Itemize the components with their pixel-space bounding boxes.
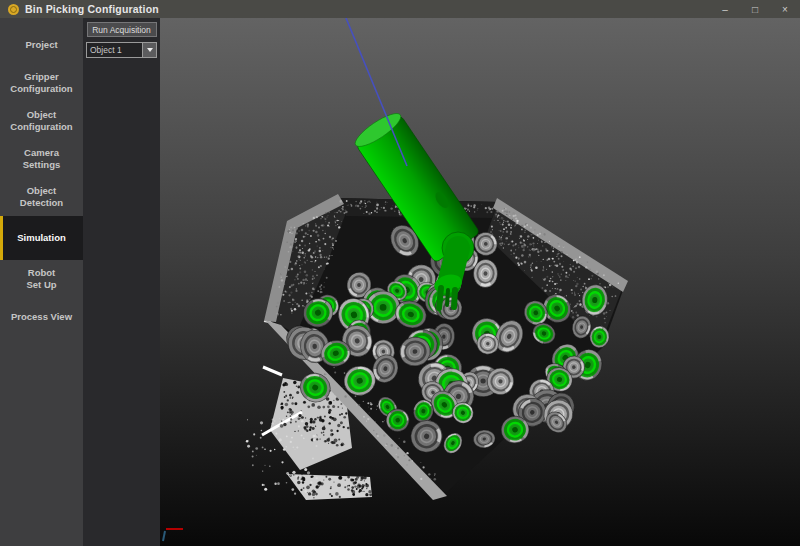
sidebar-item-object-configuration[interactable]: Object Configuration <box>0 102 83 140</box>
minimize-button[interactable]: – <box>710 0 740 18</box>
sidebar-item-gripper-configuration[interactable]: Gripper Configuration <box>0 64 83 102</box>
object-select-dropdown[interactable]: Object 1 <box>86 42 157 58</box>
sidebar-item-simulation[interactable]: Simulation <box>0 216 83 260</box>
chevron-down-icon <box>147 48 153 52</box>
sidebar-item-camera-settings[interactable]: Camera Settings <box>0 140 83 178</box>
maximize-button[interactable]: □ <box>740 0 770 18</box>
window-title: Bin Picking Configuration <box>25 3 159 15</box>
sidebar-item-robot-set-up[interactable]: Robot Set Up <box>0 260 83 298</box>
point-cloud-scene <box>160 18 800 546</box>
run-acquisition-button[interactable]: Run Acquisition <box>87 22 157 37</box>
sidebar-item-project[interactable]: Project <box>0 26 83 64</box>
sidebar-item-process-view[interactable]: Process View <box>0 298 83 336</box>
app-logo-icon <box>8 4 19 15</box>
sidebar-item-object-detection[interactable]: Object Detection <box>0 178 83 216</box>
3d-viewport[interactable] <box>160 18 800 546</box>
window-controls: – □ × <box>710 0 800 18</box>
close-button[interactable]: × <box>770 0 800 18</box>
app-window: Bin Picking Configuration – □ × Project … <box>0 0 800 546</box>
titlebar: Bin Picking Configuration – □ × <box>0 0 800 18</box>
dropdown-arrow-button[interactable] <box>142 43 156 57</box>
object-select-value: Object 1 <box>87 43 142 57</box>
sidebar-nav: Project Gripper Configuration Object Con… <box>0 18 83 546</box>
tool-panel: Run Acquisition Object 1 <box>83 18 160 546</box>
